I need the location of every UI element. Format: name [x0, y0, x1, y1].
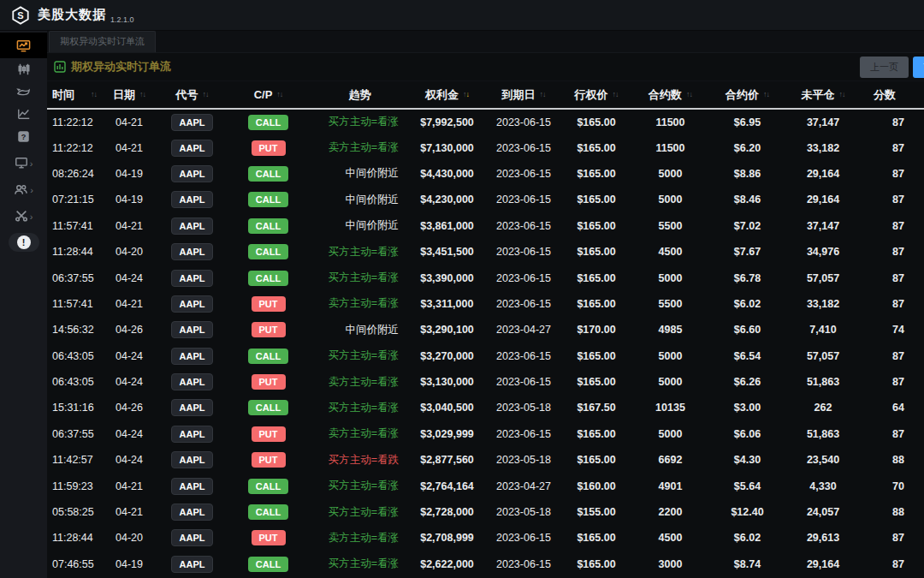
sort-icon[interactable]: ↑↓ [276, 91, 282, 98]
cell-time: 11:28:44 [47, 525, 98, 551]
prev-page-button[interactable]: 上一页 [860, 57, 909, 78]
table-row[interactable]: 06:43:0504-24AAPLPUT卖方主动=看涨$3,130,000202… [47, 369, 924, 395]
cell-cp: CALL [224, 187, 312, 212]
chevron-right-icon [30, 155, 33, 170]
table-row[interactable]: 11:22:1204-21AAPLPUT卖方主动=看涨$7,130,000202… [47, 134, 924, 160]
column-label: 行权价 [575, 87, 608, 103]
cell-expiry: 2023-06-15 [487, 525, 560, 551]
cell-premium: $3,311,000 [407, 291, 487, 317]
options-flow-icon [16, 39, 31, 53]
cell-score: 87 [860, 525, 924, 551]
table-row[interactable]: 11:28:4404-20AAPLPUT卖方主动=看涨$2,708,999202… [47, 525, 924, 551]
cell-contracts: 6692 [632, 447, 708, 473]
sidebar-item-whale-trades[interactable] [0, 80, 47, 103]
sidebar-item-tools[interactable] [0, 205, 47, 227]
table-row[interactable]: 11:42:5704-24AAPLPUT买方主动=看跌$2,877,560202… [47, 447, 924, 473]
sidebar-item-monitor[interactable] [0, 152, 47, 174]
sort-icon[interactable]: ↑↓ [91, 91, 97, 98]
column-header-price[interactable]: 合约价↑↓ [708, 81, 786, 109]
sort-icon[interactable]: ↑↓ [203, 91, 209, 98]
cell-cp: PUT [224, 291, 312, 317]
cell-premium: $4,230,000 [407, 187, 487, 212]
panel-header: 期权异动实时订单流 上一页 下一页 [47, 53, 924, 81]
symbol-badge: AAPL [171, 191, 214, 208]
sidebar-item-help[interactable]: ? [0, 125, 47, 147]
table-row[interactable]: 06:43:0504-24AAPLCALL买方主动=看涨$3,270,00020… [47, 343, 924, 369]
table-row[interactable]: 11:59:2304-21AAPLCALL买方主动=看涨$2,764,16420… [47, 473, 924, 498]
column-label: 未平仓 [802, 87, 835, 103]
sidebar-item-about[interactable] [0, 231, 47, 253]
symbol-badge: AAPL [171, 451, 214, 468]
table-row[interactable]: 07:46:5504-19AAPLCALL买方主动=看涨$2,622,00020… [47, 551, 924, 577]
cell-oi: 29,613 [786, 525, 860, 551]
column-header-symbol[interactable]: 代号↑↓ [160, 81, 224, 109]
cell-score: 87 [860, 265, 924, 290]
table-row[interactable]: 06:37:5504-24AAPLCALL买方主动=看涨$3,390,00020… [47, 265, 924, 290]
svg-text:?: ? [21, 132, 27, 140]
app-logo-icon: S [10, 5, 31, 26]
cell-time: 08:26:24 [47, 161, 98, 187]
cell-strike: $165.00 [560, 525, 632, 551]
table-row[interactable]: 05:58:2504-21AAPLCALL买方主动=看涨$2,728,00020… [47, 499, 924, 525]
table-row[interactable]: 14:56:3204-26AAPLPUT中间价附近$3,290,1002023-… [47, 317, 924, 343]
cell-symbol: AAPL [160, 187, 224, 212]
column-header-trend: 趋势 [312, 81, 407, 109]
cell-contracts: 3000 [632, 551, 708, 577]
sort-icon[interactable]: ↑↓ [139, 91, 145, 98]
table-row[interactable]: 11:28:4404-20AAPLCALL买方主动=看涨$3,451,50020… [47, 239, 924, 265]
sort-icon[interactable]: ↑↓ [463, 91, 469, 98]
cell-time: 11:28:44 [47, 239, 98, 265]
sidebar-item-options-flow[interactable] [0, 33, 47, 58]
sort-icon[interactable]: ↑↓ [686, 91, 692, 98]
sidebar-item-candlestick[interactable] [0, 58, 47, 80]
main-content: 期权异动实时订单流 期权异动实时订单流 上一页 下一页 时间↑↓日期↑↓代号↑↓… [47, 31, 924, 578]
cell-premium: $4,430,000 [407, 161, 487, 187]
cell-premium: $7,130,000 [407, 134, 487, 160]
cell-time: 06:43:05 [47, 343, 98, 369]
column-header-score[interactable]: 分数↑↓ [860, 81, 924, 109]
column-header-cp[interactable]: C/P↑↓ [224, 81, 312, 109]
table-row[interactable]: 08:26:2404-19AAPLCALL中间价附近$4,430,0002023… [47, 161, 924, 187]
cell-trend: 中间价附近 [312, 317, 407, 343]
cell-strike: $165.00 [560, 343, 632, 369]
cell-symbol: AAPL [160, 369, 224, 395]
table-row[interactable]: 11:22:1204-21AAPLCALL买方主动=看涨$7,992,50020… [47, 109, 924, 134]
table-header-row: 时间↑↓日期↑↓代号↑↓C/P↑↓趋势权利金↑↓到期日↑↓行权价↑↓合约数↑↓合… [47, 81, 924, 109]
cell-date: 04-24 [98, 421, 160, 447]
symbol-badge: AAPL [171, 426, 214, 443]
column-header-expiry[interactable]: 到期日↑↓ [487, 81, 560, 109]
column-header-time[interactable]: 时间↑↓ [47, 81, 98, 109]
column-header-contracts[interactable]: 合约数↑↓ [632, 81, 708, 109]
table-row[interactable]: 15:31:1604-26AAPLCALL买方主动=看涨$3,040,50020… [47, 395, 924, 420]
app-version: 1.2.1.0 [110, 15, 134, 30]
table-row[interactable]: 07:21:1504-19AAPLCALL中间价附近$4,230,0002023… [47, 187, 924, 212]
sidebar-item-trend-chart[interactable] [0, 103, 47, 125]
cell-date: 04-24 [98, 265, 160, 290]
table-row[interactable]: 06:37:5504-24AAPLPUT卖方主动=看涨$3,029,999202… [47, 421, 924, 447]
cell-expiry: 2023-04-27 [487, 473, 560, 498]
table-row[interactable]: 11:57:4104-21AAPLPUT卖方主动=看涨$3,311,000202… [47, 291, 924, 317]
tab-options-flow[interactable]: 期权异动实时订单流 [49, 31, 156, 52]
cell-score: 88 [860, 499, 924, 525]
table-row[interactable]: 11:57:4104-21AAPLCALL中间价附近$3,861,0002023… [47, 213, 924, 239]
sort-icon[interactable]: ↑↓ [763, 91, 769, 98]
column-header-strike[interactable]: 行权价↑↓ [560, 81, 632, 109]
column-label: 分数 [874, 87, 896, 103]
column-header-premium[interactable]: 权利金↑↓ [407, 81, 487, 109]
cell-trend: 卖方主动=看涨 [312, 421, 407, 447]
sidebar-item-community[interactable] [0, 178, 47, 200]
sort-icon[interactable]: ↑↓ [540, 91, 546, 98]
next-page-button[interactable]: 下一页 [913, 57, 924, 78]
chart-icon [54, 61, 66, 73]
cp-badge: CALL [248, 271, 288, 286]
column-header-oi[interactable]: 未平仓↑↓ [786, 81, 860, 109]
svg-text:S: S [17, 10, 23, 21]
sort-icon[interactable]: ↑↓ [839, 91, 845, 98]
cell-expiry: 2023-06-15 [487, 239, 560, 265]
cell-date: 04-24 [98, 369, 160, 395]
cell-contracts: 5000 [632, 421, 708, 447]
cell-symbol: AAPL [160, 109, 224, 134]
column-header-date[interactable]: 日期↑↓ [98, 81, 160, 109]
cell-date: 04-21 [98, 473, 160, 498]
sort-icon[interactable]: ↑↓ [613, 91, 619, 98]
